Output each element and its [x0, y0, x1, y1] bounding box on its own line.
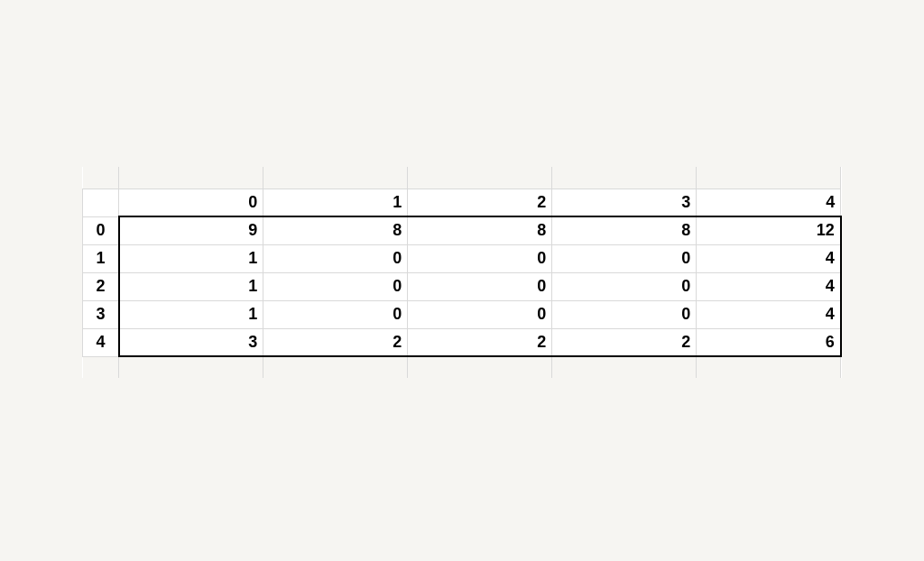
row-index: 4	[83, 328, 119, 356]
cell: 8	[408, 216, 552, 244]
table-row: 0 9 8 8 8 12	[83, 216, 841, 244]
col-header: 1	[263, 189, 408, 216]
cell: 1	[119, 244, 263, 272]
table-row: 1 1 0 0 0 4	[83, 244, 841, 272]
cell: 0	[552, 300, 697, 328]
cell: 8	[263, 216, 408, 244]
cell: 6	[697, 328, 841, 356]
cell: 4	[697, 272, 841, 300]
cell: 0	[552, 244, 697, 272]
cell: 0	[263, 244, 408, 272]
row-index: 0	[83, 216, 119, 244]
table-row: 2 1 0 0 0 4	[83, 272, 841, 300]
data-table: 0 1 2 3 4 0 9 8 8 8 12 1 1 0 0 0 4 2 1 0…	[82, 167, 842, 378]
cell: 4	[697, 300, 841, 328]
row-index: 1	[83, 244, 119, 272]
cell: 2	[552, 328, 697, 356]
cell: 12	[697, 216, 841, 244]
cell: 4	[697, 244, 841, 272]
cell: 1	[119, 272, 263, 300]
cell: 0	[408, 272, 552, 300]
table-row: 4 3 2 2 2 6	[83, 328, 841, 356]
cell: 9	[119, 216, 263, 244]
col-header: 3	[552, 189, 697, 216]
cell: 0	[408, 300, 552, 328]
row-index: 3	[83, 300, 119, 328]
column-header-row: 0 1 2 3 4	[83, 189, 841, 216]
table-row: 3 1 0 0 0 4	[83, 300, 841, 328]
col-header: 0	[119, 189, 263, 216]
col-header: 4	[697, 189, 841, 216]
corner-cell	[83, 189, 119, 216]
col-header: 2	[408, 189, 552, 216]
cell: 0	[408, 244, 552, 272]
grid-tail-top	[83, 167, 841, 189]
row-index: 2	[83, 272, 119, 300]
data-table-wrapper: 0 1 2 3 4 0 9 8 8 8 12 1 1 0 0 0 4 2 1 0…	[82, 167, 842, 378]
cell: 1	[119, 300, 263, 328]
cell: 2	[263, 328, 408, 356]
cell: 8	[552, 216, 697, 244]
cell: 0	[263, 300, 408, 328]
cell: 3	[119, 328, 263, 356]
grid-tail-bottom	[83, 356, 841, 378]
cell: 0	[552, 272, 697, 300]
cell: 0	[263, 272, 408, 300]
cell: 2	[408, 328, 552, 356]
